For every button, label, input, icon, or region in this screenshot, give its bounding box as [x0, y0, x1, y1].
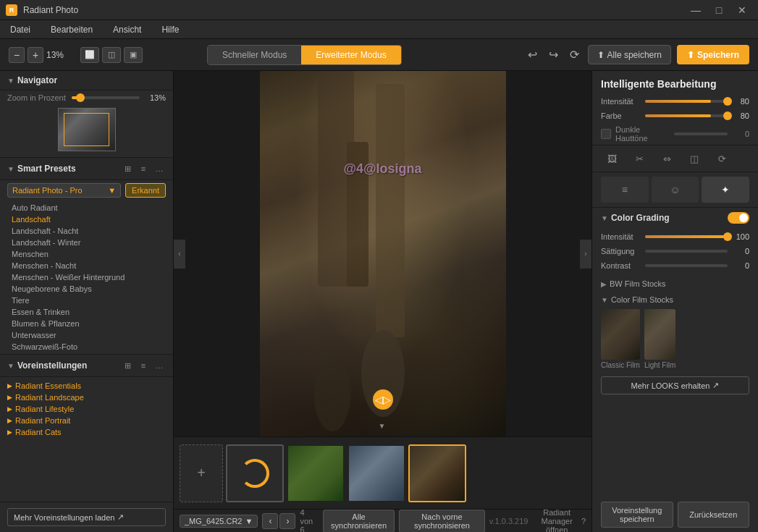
film-thumb-cave-active[interactable] [408, 444, 466, 502]
preset-item-tiere[interactable]: Tiere [0, 295, 173, 306]
film-thumb-loading[interactable] [226, 444, 284, 502]
preset-dropdown[interactable]: Radiant Photo - Pro ▼ [7, 183, 121, 198]
dunkle-slider[interactable] [674, 132, 728, 135]
erkannt-button[interactable]: Erkannt [125, 183, 166, 198]
schneller-modus-tab[interactable]: Schneller Modus [208, 46, 301, 64]
refresh-button[interactable]: ⟳ [567, 45, 582, 64]
smart-presets-list-view[interactable]: ≡ [137, 162, 150, 175]
cg-intensitat-thumb[interactable] [723, 232, 732, 241]
right-panel-collapse-button[interactable]: › [580, 240, 591, 269]
zoom-in-button[interactable]: + [28, 47, 43, 63]
transform-tool-button[interactable]: ⇔ [656, 150, 678, 167]
color-film-header[interactable]: ▼ Color Film Stocks [601, 293, 749, 306]
voreinstellungen-collapse-icon[interactable]: ▼ [7, 362, 14, 370]
right-tab-face[interactable]: ☺ [652, 177, 699, 203]
intensitat-slider[interactable] [645, 100, 728, 103]
color-grading-toggle[interactable] [728, 212, 749, 224]
zoom-out-button[interactable]: − [9, 47, 25, 63]
preset-item-auto[interactable]: Auto Radiant [0, 202, 173, 214]
farbe-slider[interactable] [645, 114, 728, 117]
voreinstellungen-grid-view[interactable]: ⊞ [121, 359, 134, 372]
close-button[interactable]: ✕ [732, 3, 752, 17]
preset-item-unterwasser[interactable]: Unterwasser [0, 329, 173, 341]
preset-item-menschen-weiss[interactable]: Menschen - Weißer Hintergrund [0, 271, 173, 283]
bw-film-header[interactable]: ▶ BW Film Stocks [601, 277, 749, 290]
voreinstellungen-more[interactable]: … [153, 359, 166, 372]
dunkle-checkbox[interactable] [601, 129, 611, 139]
film-stock-grid: Classic Film Light Film [601, 309, 749, 369]
vorein-item-cats[interactable]: ▶ Radiant Cats [0, 426, 173, 438]
view-compare-button[interactable]: ▣ [124, 47, 143, 63]
preset-item-menschen[interactable]: Menschen [0, 248, 173, 260]
save-preset-button[interactable]: Voreinstellung speichern [601, 502, 673, 528]
color-grading-collapse-icon[interactable]: ▼ [601, 214, 608, 222]
mehr-looks-button[interactable]: Mehr LOOKS erhalten ↗ [601, 376, 749, 394]
view-split-button[interactable]: ◫ [102, 47, 121, 63]
farbe-thumb[interactable] [723, 111, 732, 120]
redo-button[interactable]: ↪ [546, 45, 561, 64]
filename-dropdown[interactable]: _MG_6425.CR2 ▼ [180, 515, 258, 528]
cg-kontrast-slider[interactable] [645, 264, 728, 267]
crop-tool-button[interactable]: ✂ [628, 150, 650, 167]
voreinstellungen-list-view[interactable]: ≡ [137, 359, 150, 372]
intensitat-row: Intensität 80 [592, 94, 758, 109]
preset-item-landschaft[interactable]: Landschaft [0, 214, 173, 225]
zoom-slider-thumb[interactable] [76, 93, 85, 102]
maximize-button[interactable]: □ [709, 3, 729, 17]
undo-button[interactable]: ↩ [525, 45, 540, 64]
preset-item-menschen-nacht[interactable]: Menschen - Nacht [0, 260, 173, 271]
cg-sattigung-slider[interactable] [645, 250, 728, 253]
photo-tool-button[interactable]: 🖼 [601, 150, 623, 167]
right-tab-sliders[interactable]: ≡ [601, 177, 649, 203]
zoom-slider[interactable] [72, 96, 140, 99]
navigator-collapse-icon[interactable]: ▼ [7, 77, 14, 85]
preset-item-schwarzweiss[interactable]: Schwarzweiß-Foto [0, 341, 173, 352]
smart-presets-collapse-icon[interactable]: ▼ [7, 165, 14, 173]
menu-bearbeiten[interactable]: Bearbeiten [46, 23, 97, 36]
vorein-item-landscape[interactable]: ▶ Radiant Landscape [0, 392, 173, 403]
view-single-button[interactable]: ⬜ [80, 47, 99, 63]
preset-item-essen[interactable]: Essen & Trinken [0, 306, 173, 318]
menu-hilfe[interactable]: Hilfe [157, 23, 183, 36]
vorein-item-portrait[interactable]: ▶ Radiant Portrait [0, 415, 173, 426]
sync-forward-button[interactable]: Nach vorne synchronisieren [399, 510, 485, 533]
next-image-button[interactable]: › [279, 513, 295, 529]
film-thumb-forest[interactable] [287, 444, 345, 502]
menu-datei[interactable]: Datei [6, 23, 35, 36]
smart-presets-more[interactable]: … [153, 162, 166, 175]
minimize-button[interactable]: — [686, 3, 706, 17]
edit-tool-row: 🖼 ✂ ⇔ ◫ ⟳ [592, 145, 758, 172]
cg-kontrast-row: Kontrast 0 [592, 258, 758, 273]
erweiterter-modus-tab[interactable]: Erweiterter Modus [301, 46, 400, 64]
preset-item-blumen[interactable]: Blumen & Pflanzen [0, 318, 173, 329]
intensitat-thumb[interactable] [723, 97, 732, 106]
film-add-button[interactable]: + [180, 444, 223, 502]
reset-button[interactable]: Zurücksetzen [678, 502, 750, 528]
sync-all-button[interactable]: Alle synchronisieren [323, 510, 395, 533]
title-bar-left: R Radiant Photo [6, 4, 78, 16]
film-stock-light-thumb[interactable] [644, 309, 675, 360]
preset-item-landschaft-winter[interactable]: Landschaft - Winter [0, 237, 173, 248]
vorein-item-lifestyle[interactable]: ▶ Radiant Lifestyle [0, 403, 173, 415]
smart-presets-grid-view[interactable]: ⊞ [121, 162, 134, 175]
film-stock-classic-thumb[interactable] [601, 309, 640, 360]
film-stock-section: ▶ BW Film Stocks ▼ Color Film Stocks Cla… [592, 274, 758, 372]
dunkle-label: DunkleHauttöne [615, 125, 670, 143]
save-all-button[interactable]: ⬆ Alle speichern [588, 45, 671, 64]
prev-image-button[interactable]: ‹ [262, 513, 278, 529]
more-presets-button[interactable]: Mehr Voreinstellungen laden ↗ [7, 508, 166, 526]
right-tab-ai[interactable]: ✦ [702, 177, 749, 203]
film-thumb-building[interactable] [348, 444, 405, 502]
radiant-manager-button[interactable]: Radiant Manager öffnen ? [534, 508, 586, 533]
preset-item-landschaft-nacht[interactable]: Landschaft - Nacht [0, 225, 173, 237]
cg-intensitat-slider[interactable] [645, 235, 728, 238]
rotate-tool-button[interactable]: ⟳ [711, 150, 733, 167]
save-button[interactable]: ⬆ Speichern [677, 45, 749, 64]
menu-ansicht[interactable]: Ansicht [109, 23, 146, 36]
preset-item-neugeborene[interactable]: Neugeborene & Babys [0, 283, 173, 295]
filename-dropdown-arrow: ▼ [245, 517, 253, 525]
left-panel-collapse-button[interactable]: ‹ [174, 240, 185, 269]
vorein-item-essentials[interactable]: ▶ Radiant Essentials [0, 380, 173, 392]
compare-tool-button[interactable]: ◫ [683, 150, 705, 167]
split-handle[interactable]: ◁▷ [373, 389, 393, 410]
